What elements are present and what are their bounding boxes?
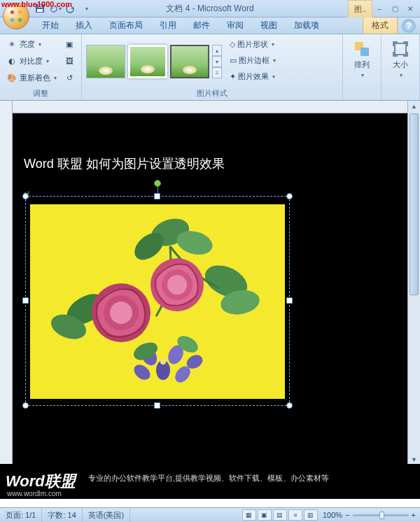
view-web-layout[interactable]: ▤ <box>273 509 287 521</box>
style-thumb-1[interactable] <box>86 45 125 78</box>
scroll-up-button[interactable]: ▲ <box>408 101 420 112</box>
vertical-ruler[interactable] <box>0 101 13 499</box>
tab-mailings[interactable]: 邮件 <box>185 17 218 34</box>
minimize-button[interactable]: – <box>372 3 386 13</box>
selected-image-frame[interactable] <box>25 196 290 406</box>
resize-handle-r[interactable] <box>286 297 293 304</box>
brightness-label: 亮度 <box>20 39 35 50</box>
footer-url: www.wordlm.com <box>7 490 62 498</box>
contextual-tab-label: 图.. <box>348 0 372 17</box>
arrange-button[interactable]: 排列▾ <box>347 36 377 78</box>
tab-view[interactable]: 视图 <box>252 17 286 34</box>
status-bar: 页面: 1/1 字数: 14 英语(美国) ▦ ▣ ▤ ≡ ▥ 100% − + <box>0 507 420 522</box>
scroll-thumb[interactable] <box>410 113 419 295</box>
tab-addins[interactable]: 加载项 <box>286 17 328 34</box>
picture-shape-button[interactable]: ◇图片形状▾ <box>227 36 278 52</box>
picture-effects-icon: ✦ <box>230 72 236 81</box>
svg-rect-9 <box>395 43 406 55</box>
vertical-scrollbar[interactable]: ▲ ▼ ◦ ⇈ ⇊ <box>407 101 420 499</box>
watermark-url: www.blue1000.com <box>1 0 72 8</box>
tab-insert[interactable]: 插入 <box>67 17 101 34</box>
group-arrange: 排列▾ <box>343 34 382 100</box>
group-adjust-label: 调整 <box>4 87 77 100</box>
document-heading: Word 联盟 如何为图片设置透明效果 <box>24 155 225 172</box>
rotation-handle[interactable] <box>154 180 161 187</box>
window-title: 文档 4 - Microsoft Word <box>166 3 253 15</box>
tab-review[interactable]: 审阅 <box>218 17 252 34</box>
gallery-more[interactable]: ▴▾≡ <box>212 45 222 78</box>
svg-rect-8 <box>360 48 369 56</box>
group-styles-label: 图片样式 <box>86 87 338 100</box>
status-page[interactable]: 页面: 1/1 <box>0 508 42 522</box>
zoom-value[interactable]: 100% <box>323 511 342 519</box>
tab-page-layout[interactable]: 页面布局 <box>101 17 151 34</box>
zoom-out-button[interactable]: − <box>345 511 349 519</box>
zoom-in-button[interactable]: + <box>412 511 416 519</box>
footer-tagline: 专业的办公软件教学平台,提供教学视频、软件下载、模板、办公素材等 <box>88 473 329 484</box>
close-button[interactable]: ✕ <box>403 3 417 13</box>
view-outline[interactable]: ≡ <box>288 509 302 521</box>
status-words[interactable]: 字数: 14 <box>42 508 82 522</box>
footer-logo: Word联盟 <box>6 471 76 492</box>
style-thumb-2[interactable] <box>128 45 167 78</box>
watermark-footer: Word联盟 www.wordlm.com 专业的办公软件教学平台,提供教学视频… <box>0 464 420 499</box>
size-label: 大小 <box>393 59 408 70</box>
size-icon <box>392 41 409 57</box>
brightness-button[interactable]: ☀亮度▾ <box>4 36 59 52</box>
help-button[interactable]: ? <box>402 19 416 33</box>
maximize-button[interactable]: ▢ <box>388 3 402 13</box>
resize-handle-t[interactable] <box>154 193 160 199</box>
tab-home[interactable]: 开始 <box>34 17 67 34</box>
ribbon: ☀亮度▾ ◐对比度▾ 🎨重新着色▾ ▣ 🖼 ↺ 调整 ▴▾≡ ◇图片形状▾ ▭图… <box>0 34 420 101</box>
group-picture-styles: ▴▾≡ ◇图片形状▾ ▭图片边框▾ ✦图片效果▾ 图片样式 <box>82 34 343 100</box>
picture-border-label: 图片边框 <box>239 55 270 66</box>
svg-point-1 <box>18 10 22 15</box>
size-button[interactable]: 大小▾ <box>386 36 415 78</box>
resize-handle-b[interactable] <box>154 402 160 409</box>
view-draft[interactable]: ▥ <box>304 509 318 521</box>
resize-handle-tr[interactable] <box>286 193 293 199</box>
compress-icon: ▣ <box>64 38 75 50</box>
zoom-control: 100% − + <box>318 511 420 519</box>
svg-point-2 <box>10 18 15 22</box>
resize-handle-l[interactable] <box>22 297 29 304</box>
change-picture-icon: 🖼 <box>64 55 75 66</box>
recolor-icon: 🎨 <box>6 72 18 83</box>
resize-handle-tl[interactable] <box>22 193 29 199</box>
picture-effects-button[interactable]: ✦图片效果▾ <box>227 69 278 84</box>
document-area[interactable]: Word 联盟 如何为图片设置透明效果 ↵ <box>13 113 407 499</box>
tab-references[interactable]: 引用 <box>151 17 185 34</box>
recolor-button[interactable]: 🎨重新着色▾ <box>4 70 59 85</box>
contrast-button[interactable]: ◐对比度▾ <box>4 53 59 69</box>
compress-button[interactable]: ▣ <box>62 36 77 52</box>
group-size: 大小▾ <box>382 34 420 100</box>
svg-rect-5 <box>37 9 43 12</box>
ribbon-tabs: 开始 插入 页面布局 引用 邮件 审阅 视图 加载项 格式 ? <box>0 17 420 34</box>
contrast-label: 对比度 <box>20 56 43 66</box>
zoom-slider[interactable] <box>353 514 409 516</box>
view-full-screen[interactable]: ▣ <box>258 509 272 521</box>
resize-handle-bl[interactable] <box>22 402 29 409</box>
svg-point-3 <box>18 18 22 22</box>
picture-border-icon: ▭ <box>230 56 237 65</box>
zoom-slider-thumb[interactable] <box>379 512 384 519</box>
svg-point-20 <box>167 275 187 295</box>
horizontal-ruler[interactable] <box>13 101 407 113</box>
view-print-layout[interactable]: ▦ <box>242 509 256 521</box>
svg-point-31 <box>160 359 166 365</box>
recolor-label: 重新着色 <box>20 73 50 83</box>
brightness-icon: ☀ <box>6 38 18 50</box>
picture-style-gallery[interactable]: ▴▾≡ <box>86 36 222 87</box>
inserted-picture[interactable] <box>30 204 285 399</box>
reset-picture-button[interactable]: ↺ <box>62 70 77 85</box>
status-language[interactable]: 英语(美国) <box>83 508 130 522</box>
picture-border-button[interactable]: ▭图片边框▾ <box>227 52 278 68</box>
style-thumb-3[interactable] <box>170 45 209 78</box>
resize-handle-br[interactable] <box>286 402 293 409</box>
svg-point-24 <box>110 302 132 324</box>
tab-format[interactable]: 格式 <box>363 17 398 34</box>
qat-customize[interactable]: ▾ <box>80 2 92 15</box>
reset-icon: ↺ <box>64 72 75 83</box>
change-picture-button[interactable]: 🖼 <box>62 53 77 69</box>
arrange-icon <box>354 41 370 57</box>
